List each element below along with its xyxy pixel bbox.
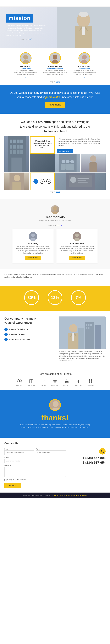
check-icon-3: ✓ xyxy=(4,338,8,341)
testimonials-top-avatar xyxy=(51,205,59,214)
svg-rect-17 xyxy=(17,140,19,143)
client-icon-6 xyxy=(76,378,81,384)
svg-rect-25 xyxy=(17,150,19,154)
submit-button[interactable]: SUBMIT xyxy=(4,483,21,488)
team-name-1: Mary Brown xyxy=(20,65,31,68)
cta-highlight: perspiciatis xyxy=(45,96,60,98)
client-name-2: CONTACT xyxy=(28,384,35,386)
learn-more-button[interactable]: LEARN MORE xyxy=(57,150,73,154)
cta-button[interactable]: READ MORE xyxy=(45,102,65,108)
navbar: ☰ xyxy=(0,0,110,7)
company-desc: As a result of our philosophy to be the … xyxy=(59,350,106,362)
client-icon-3 xyxy=(41,378,46,384)
svg-rect-43 xyxy=(78,178,89,179)
phone-input[interactable] xyxy=(4,459,66,463)
facebook-icon[interactable]: f xyxy=(33,179,38,184)
grid-img-meeting xyxy=(55,154,80,172)
testimonial-text-2: Customers was abuqur tried mentorship sy… xyxy=(59,245,95,254)
svg-rect-22 xyxy=(20,145,23,148)
footer: Sample text. Click to select the Text El… xyxy=(0,492,110,498)
team-section: Mary Brown creative leader Use a pas ips… xyxy=(0,48,110,85)
company-title: Our company has manyyears of experience! xyxy=(4,316,54,325)
svg-point-13 xyxy=(81,60,88,63)
svg-rect-7 xyxy=(82,26,85,35)
team-credit-link[interactable]: Freepik xyxy=(56,81,60,82)
testimonial-read-more-1[interactable]: READ MORE xyxy=(25,256,41,260)
instagram-icon[interactable]: ◎ xyxy=(46,179,51,184)
svg-rect-78 xyxy=(89,382,90,383)
svg-rect-65 xyxy=(90,324,92,326)
stat-circle-2: 13% xyxy=(48,290,62,305)
team-name-3: Ann Richmond xyxy=(78,65,91,68)
testimonial-name-2: Linda Hudson xyxy=(59,242,95,245)
stat-number-1: 80% xyxy=(27,295,36,300)
feature-label-3: Better than normal ads xyxy=(9,338,30,340)
message-textarea[interactable] xyxy=(4,467,66,477)
social-icons: f 𝕏 ◎ xyxy=(33,179,51,184)
cta-text-part1: Do you want to start a xyxy=(10,91,36,94)
hero-image xyxy=(57,7,110,48)
client-logo-1: CONTACT xyxy=(16,378,23,386)
name-input[interactable] xyxy=(36,450,66,455)
company-image xyxy=(59,316,106,349)
team-role-2: programming expert xyxy=(47,68,63,69)
message-label: Message xyxy=(4,464,66,466)
team-twitter-2[interactable]: 𝕏 xyxy=(54,76,56,79)
feature-label-1: Content Optimization xyxy=(9,328,28,330)
email-input[interactable] xyxy=(4,450,34,455)
team-member-2: Bob Greenfield programming expert Use a … xyxy=(43,52,67,79)
twitter-icon[interactable]: 𝕏 xyxy=(40,179,45,184)
cta-text-part3: unde omnis iste natus error. xyxy=(60,96,93,98)
client-logo-6: CONTACT xyxy=(75,378,82,386)
cta-bold: business xyxy=(36,91,48,94)
footer-link[interactable]: Click here to add your own text and edit… xyxy=(53,494,88,496)
svg-rect-76 xyxy=(89,380,90,381)
svg-point-11 xyxy=(52,60,58,63)
team-name-2: Bob Greenfield xyxy=(48,65,62,68)
cta-text: Do you want to start a business, but do … xyxy=(9,91,101,99)
testimonial-card-2: Linda Hudson Customers was abuqur tried … xyxy=(56,229,98,263)
phone-number-1[interactable]: 1 (234) 567-891 xyxy=(70,456,106,460)
stat-item-2: 13% xyxy=(48,290,62,306)
svg-point-10 xyxy=(53,55,57,60)
team-desc-2: Use a pas ipsum dolor sit amet. A fringi… xyxy=(43,70,67,76)
svg-rect-44 xyxy=(78,180,86,181)
phone-label: Phone xyxy=(4,456,66,458)
testimonial-name-1: Nick Perry xyxy=(15,242,51,245)
contact-form: Email Name Phone Message I accept the Te… xyxy=(4,448,66,488)
testimonial-text-1: Artic emdent armod express highiem iton … xyxy=(15,245,51,254)
svg-rect-16 xyxy=(13,140,16,143)
testimonials-credit-link[interactable]: Freepik xyxy=(56,224,62,226)
menu-icon[interactable]: ☰ xyxy=(54,2,56,5)
testimonial-read-more-2[interactable]: READ MORE xyxy=(69,256,85,260)
grid-social-box: f 𝕏 ◎ xyxy=(30,172,55,190)
team-twitter-1[interactable]: 𝕏 xyxy=(25,76,27,79)
hero-section: mission Objectively procure empowered ma… xyxy=(0,7,110,48)
svg-rect-63 xyxy=(86,324,87,326)
svg-point-49 xyxy=(31,234,35,237)
client-icon-7 xyxy=(88,378,93,384)
svg-rect-75 xyxy=(65,382,68,383)
form-group-phone: Phone xyxy=(4,456,66,463)
svg-rect-66 xyxy=(86,327,87,329)
svg-rect-26 xyxy=(20,150,23,154)
testimonials-section: Testimonials Sample text. Click to selec… xyxy=(0,199,110,269)
team-desc-3: Use a pas ipsum dolor sit amet. A fringi… xyxy=(73,70,96,76)
grid-credit-link[interactable]: Freepik xyxy=(56,191,60,192)
company-feature-2: ✓ Branding Strategy xyxy=(4,333,54,336)
svg-rect-45 xyxy=(78,182,88,182)
client-name-4: COMPANY xyxy=(51,384,59,386)
hero-credit-link[interactable]: Freepik xyxy=(28,38,32,40)
svg-rect-77 xyxy=(91,380,92,381)
phone-number-2[interactable]: 1 (234) 987-654 xyxy=(70,461,106,464)
client-logo-3: CONTACT xyxy=(40,378,47,386)
team-twitter-3[interactable]: 𝕏 xyxy=(84,76,85,79)
terms-checkbox[interactable] xyxy=(4,479,6,481)
clients-logos: CONTACT CONTACT CONTACT xyxy=(4,378,106,386)
stat-circle-3: 7% xyxy=(71,290,86,305)
svg-point-47 xyxy=(52,211,58,214)
svg-rect-21 xyxy=(17,145,19,148)
name-label: Name xyxy=(36,448,66,450)
svg-point-42 xyxy=(70,177,76,183)
client-logo-4: COMPANY xyxy=(51,378,59,386)
